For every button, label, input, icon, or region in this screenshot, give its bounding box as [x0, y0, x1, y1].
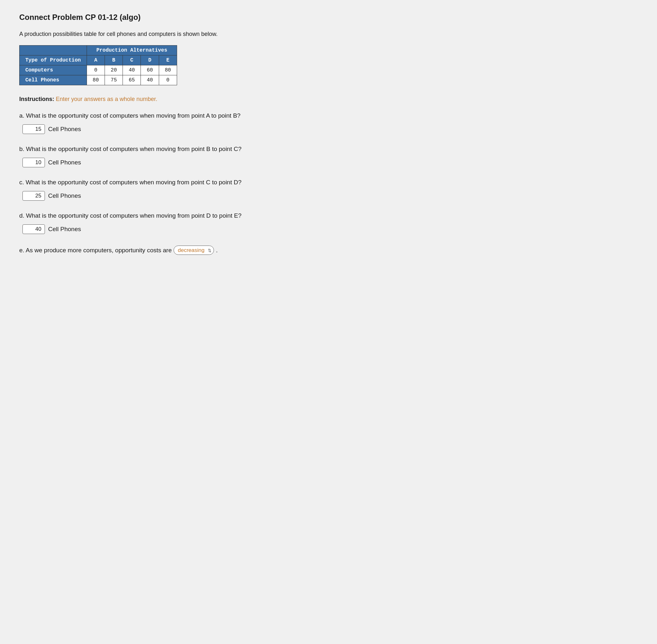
question-a-answer-row: Cell Phones — [22, 124, 638, 134]
question-b-text: b. What is the opportunity cost of compu… — [19, 145, 638, 153]
question-d-text: d. What is the opportunity cost of compu… — [19, 212, 638, 219]
question-e-select[interactable]: decreasing increasing constant — [174, 246, 214, 255]
computers-d: 60 — [141, 65, 159, 75]
cellphones-b: 75 — [105, 75, 123, 85]
question-b-block: b. What is the opportunity cost of compu… — [19, 145, 638, 167]
question-a-unit: Cell Phones — [48, 126, 81, 133]
question-c-answer-row: Cell Phones — [22, 191, 638, 201]
cellphones-a: 80 — [87, 75, 105, 85]
cellphones-c: 65 — [123, 75, 141, 85]
col-a: A — [87, 55, 105, 65]
question-c-input[interactable] — [22, 191, 45, 201]
question-e-period: . — [216, 247, 218, 254]
question-c-unit: Cell Phones — [48, 192, 81, 199]
question-d-answer-row: Cell Phones — [22, 224, 638, 234]
col-d: D — [141, 55, 159, 65]
row-computers: Computers 0 20 40 60 80 — [20, 65, 177, 75]
question-a-block: a. What is the opportunity cost of compu… — [19, 112, 638, 134]
question-b-unit: Cell Phones — [48, 159, 81, 166]
question-c-text: c. What is the opportunity cost of compu… — [19, 179, 638, 186]
table-corner — [20, 46, 87, 55]
question-a-input[interactable] — [22, 124, 45, 134]
instructions-text: Enter your answers as a whole number. — [54, 96, 157, 102]
row-label-cellphones: Cell Phones — [20, 75, 87, 85]
question-a-text: a. What is the opportunity cost of compu… — [19, 112, 638, 119]
question-d-block: d. What is the opportunity cost of compu… — [19, 212, 638, 234]
computers-c: 40 — [123, 65, 141, 75]
row-label-computers: Computers — [20, 65, 87, 75]
computers-e: 80 — [159, 65, 177, 75]
cellphones-e: 0 — [159, 75, 177, 85]
computers-a: 0 — [87, 65, 105, 75]
computers-b: 20 — [105, 65, 123, 75]
intro-text: A production possibilities table for cel… — [19, 31, 638, 38]
question-c-block: c. What is the opportunity cost of compu… — [19, 179, 638, 201]
question-e-prefix: e. As we produce more computers, opportu… — [19, 247, 172, 254]
table-header-span: Production Alternatives — [87, 46, 177, 55]
production-table: Production Alternatives Type of Producti… — [19, 45, 177, 85]
question-e-block: e. As we produce more computers, opportu… — [19, 246, 638, 255]
question-b-answer-row: Cell Phones — [22, 158, 638, 167]
col-type-label: Type of Production — [20, 55, 87, 65]
question-d-unit: Cell Phones — [48, 226, 81, 233]
cellphones-d: 40 — [141, 75, 159, 85]
question-e-dropdown-wrapper: decreasing increasing constant — [174, 246, 214, 255]
instructions-bold: Instructions: — [19, 96, 54, 102]
col-e: E — [159, 55, 177, 65]
question-d-input[interactable] — [22, 224, 45, 234]
row-cellphones: Cell Phones 80 75 65 40 0 — [20, 75, 177, 85]
instructions-block: Instructions: Enter your answers as a wh… — [19, 96, 638, 102]
question-b-input[interactable] — [22, 158, 45, 167]
col-b: B — [105, 55, 123, 65]
page-title: Connect Problem CP 01-12 (algo) — [19, 13, 638, 22]
col-c: C — [123, 55, 141, 65]
